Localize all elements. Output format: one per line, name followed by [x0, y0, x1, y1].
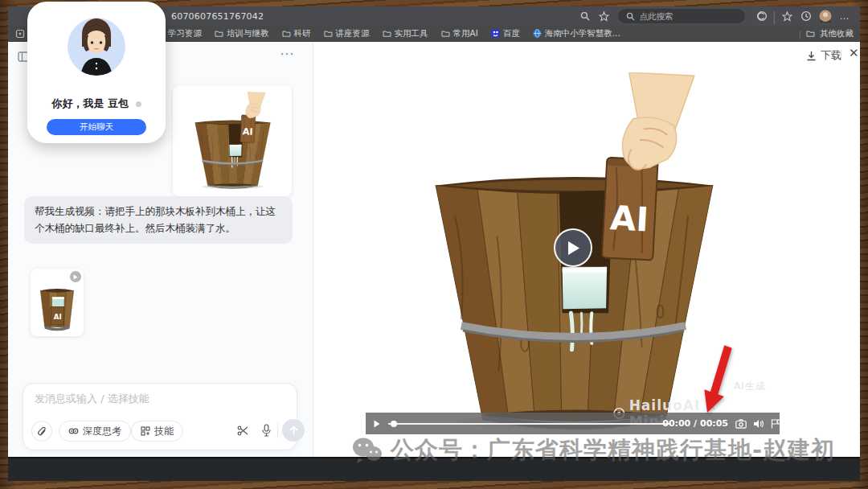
- find-in-page-icon[interactable]: [578, 9, 592, 23]
- folder-icon: [215, 30, 223, 37]
- divider: [841, 50, 841, 60]
- folder-icon: [441, 30, 450, 37]
- bookmark-list: 学习资源 培训与继教 科研 讲座资源 实用工具 常用AI: [156, 28, 620, 39]
- skills-button[interactable]: 技能: [131, 421, 183, 442]
- folder-icon: [324, 30, 333, 37]
- attach-button[interactable]: [31, 421, 52, 442]
- bookmark-star-icon[interactable]: [597, 9, 612, 23]
- status-dot: [136, 101, 141, 107]
- other-favorites[interactable]: | 其他收藏: [798, 28, 854, 39]
- send-arrow-icon: [289, 425, 298, 435]
- bookmark-item[interactable]: 海南中小学智慧教...: [533, 28, 620, 39]
- favorites-icon[interactable]: [780, 9, 794, 23]
- report-flag-icon[interactable]: [771, 419, 780, 429]
- skills-icon: [141, 426, 150, 436]
- more-menu-icon[interactable]: ⋯: [280, 45, 295, 62]
- site-globe-icon: [533, 29, 542, 38]
- deep-think-icon: [68, 426, 79, 436]
- wechat-watermark: 公众号：广东省科学精神践行基地-赵建初: [352, 434, 835, 466]
- user-message: 帮我生成视频：请把手上的那块木板补到木桶上，让这个木桶的缺口最终补上。然后木桶装…: [24, 196, 293, 244]
- clip-tools-button[interactable]: [237, 425, 249, 440]
- folder-icon: [383, 30, 391, 37]
- thumbnail-play-icon[interactable]: [70, 271, 81, 282]
- divider: |: [772, 9, 776, 24]
- scissors-icon: [237, 425, 249, 437]
- paperclip-icon: [37, 426, 47, 437]
- divider: [277, 422, 278, 438]
- bookmark-item[interactable]: 实用工具: [383, 28, 428, 39]
- search-icon: [626, 12, 635, 21]
- progress-track: [388, 423, 671, 425]
- reading-list-icon[interactable]: [13, 27, 27, 41]
- red-annotation-arrow: [701, 342, 739, 419]
- assistant-avatar: [68, 18, 125, 76]
- download-icon: [806, 51, 817, 61]
- close-icon[interactable]: ✕: [849, 46, 859, 60]
- translate-icon[interactable]: [755, 9, 769, 23]
- history-icon[interactable]: [799, 9, 813, 23]
- play-overlay-button[interactable]: [554, 228, 592, 267]
- bookmark-item[interactable]: 科研: [282, 28, 311, 39]
- time-duration: 00:05: [700, 418, 728, 429]
- search-input[interactable]: [640, 11, 728, 21]
- video-thumbnail[interactable]: [31, 269, 84, 336]
- player-play-icon[interactable]: [374, 420, 380, 428]
- search-box[interactable]: [618, 9, 745, 23]
- framed-screenshot: 6070607651767042 |: [0, 0, 868, 489]
- bucket-illustration: [176, 89, 289, 192]
- send-button[interactable]: [282, 419, 305, 442]
- bookmark-item[interactable]: 百度: [491, 28, 520, 39]
- bookmark-item[interactable]: 培训与继教: [215, 28, 269, 39]
- chat-input-box: 深度思考 技能: [23, 383, 297, 450]
- progress-handle[interactable]: [391, 421, 397, 427]
- profile-avatar[interactable]: [818, 9, 833, 23]
- bookmark-item[interactable]: 讲座资源: [324, 28, 370, 39]
- baidu-icon: [491, 29, 500, 38]
- browser-menu-icon[interactable]: …: [837, 9, 852, 23]
- wechat-icon: [352, 437, 383, 464]
- assistant-greeting-card: 你好，我是 豆包 开始聊天: [27, 2, 166, 143]
- download-button[interactable]: 下载: [806, 48, 841, 63]
- progress-bar[interactable]: [388, 420, 656, 428]
- chat-input[interactable]: [35, 392, 289, 411]
- start-chat-button[interactable]: 开始聊天: [47, 119, 146, 135]
- bookmark-item[interactable]: 常用AI: [441, 28, 478, 39]
- url-text[interactable]: 6070607651767042: [171, 11, 264, 22]
- microphone-icon: [261, 424, 272, 437]
- uploaded-image[interactable]: [173, 85, 292, 196]
- assistant-greeting: 你好，我是 豆包: [31, 97, 162, 111]
- volume-icon[interactable]: [753, 419, 764, 429]
- screenshot-icon[interactable]: [735, 419, 747, 429]
- folder-icon: [282, 30, 291, 37]
- bucket-thumbnail-illustration: [33, 275, 81, 336]
- folder-icon: [806, 30, 815, 37]
- voice-button[interactable]: [261, 424, 272, 440]
- time-display: 00:00 / 00:05: [662, 418, 728, 429]
- deep-think-button[interactable]: 深度思考: [59, 421, 131, 442]
- play-icon: [567, 240, 580, 256]
